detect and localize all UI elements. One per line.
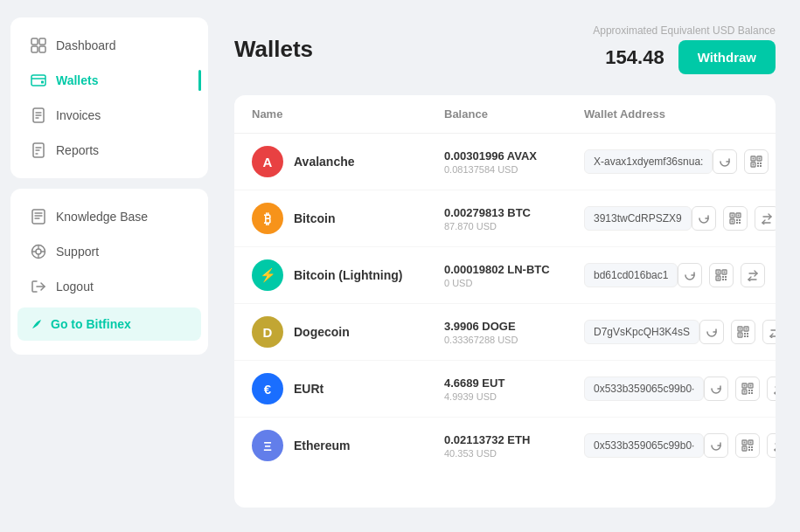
sidebar-item-wallets[interactable]: Wallets [17, 63, 201, 98]
table-row: ₿ Bitcoin 0.00279813 BTC 87.870 USD 3913… [234, 190, 776, 247]
balance-row: 154.48 Withdraw [605, 40, 776, 74]
svg-rect-15 [759, 158, 761, 160]
coin-icon: A [252, 146, 283, 177]
refresh-icon[interactable] [713, 149, 737, 174]
svg-rect-45 [746, 328, 748, 330]
sidebar-item-support[interactable]: Support [17, 234, 201, 269]
action-icons [713, 149, 776, 174]
withdraw-button[interactable]: Withdraw [678, 40, 776, 74]
balance-main: 3.9906 DOGE [444, 320, 584, 333]
svg-rect-3 [39, 46, 45, 52]
svg-rect-14 [753, 158, 755, 160]
balance-usd: 0.33367288 USD [444, 335, 584, 345]
balance-main: 0.00301996 AVAX [444, 149, 584, 162]
qr-icon[interactable] [735, 377, 760, 401]
svg-rect-34 [718, 272, 720, 273]
coin-name: Dogecoin [294, 325, 350, 339]
svg-rect-40 [725, 279, 727, 280]
action-icons [704, 433, 776, 458]
coin-icon: ⚡ [252, 259, 283, 291]
svg-rect-19 [757, 165, 759, 167]
svg-rect-1 [39, 38, 45, 45]
balance-main: 0.00279813 BTC [444, 206, 584, 219]
reports-icon [30, 142, 47, 159]
go-bitfinex-label: Go to Bitfinex [51, 317, 131, 331]
svg-rect-56 [744, 391, 746, 393]
col-address: Wallet Address [584, 107, 671, 121]
balance-main: 4.6689 EUT [444, 377, 584, 390]
sidebar-item-invoices[interactable]: Invoices [17, 98, 201, 133]
qr-icon[interactable] [735, 433, 760, 458]
balance-usd: 0 USD [444, 278, 584, 288]
col-name: Name [252, 107, 444, 121]
sidebar-item-knowledge-base[interactable]: Knowledge Base [17, 199, 201, 234]
refresh-icon[interactable] [692, 206, 716, 231]
svg-rect-48 [747, 333, 748, 335]
svg-rect-29 [736, 222, 738, 224]
transfer-icon[interactable] [762, 320, 776, 344]
sidebar-item-label: Logout [56, 280, 94, 294]
svg-rect-39 [722, 279, 724, 280]
coin-icon: Ξ [252, 430, 283, 461]
svg-rect-36 [718, 278, 720, 280]
svg-rect-18 [760, 162, 762, 164]
svg-rect-49 [744, 335, 746, 337]
svg-rect-5 [41, 81, 44, 84]
balance-cell: 0.00019802 LN-BTC 0 USD [444, 263, 584, 288]
transfer-icon[interactable] [755, 206, 776, 231]
refresh-icon[interactable] [704, 377, 728, 401]
refresh-icon[interactable] [704, 433, 728, 458]
table-row: ⚡ Bitcoin (Lightning) 0.00019802 LN-BTC … [234, 247, 776, 304]
action-icons [692, 206, 776, 231]
svg-rect-30 [739, 222, 741, 224]
svg-rect-28 [739, 219, 741, 221]
balance-main: 0.02113732 ETH [444, 433, 584, 446]
coin-cell: € EURt [252, 373, 444, 404]
table-row: Ξ Ethereum 0.02113732 ETH 40.353 USD 0x5… [234, 418, 776, 473]
coin-icon: ₿ [252, 203, 283, 234]
coin-name: Ethereum [294, 439, 351, 453]
wallets-table: Name Balance Wallet Address A Avalanche … [234, 95, 776, 508]
balance-cell: 4.6689 EUT 4.9939 USD [444, 377, 584, 402]
address-cell: 0x533b359065c99b0· [584, 377, 704, 401]
transfer-icon[interactable] [767, 433, 776, 458]
svg-rect-27 [736, 219, 738, 221]
qr-icon[interactable] [744, 149, 769, 174]
refresh-icon[interactable] [699, 320, 724, 344]
coin-cell: Ξ Ethereum [252, 430, 444, 461]
qr-icon[interactable] [723, 206, 748, 231]
refresh-icon[interactable] [678, 263, 702, 287]
sidebar-item-logout[interactable]: Logout [17, 269, 201, 304]
address-box: X-avax1xdyemf36snua: [584, 149, 713, 174]
coin-cell: D Dogecoin [252, 316, 444, 348]
qr-icon[interactable] [731, 320, 755, 344]
svg-rect-55 [750, 385, 752, 387]
svg-rect-17 [757, 162, 759, 164]
svg-rect-25 [737, 215, 739, 217]
col-balance: Balance [444, 107, 584, 121]
svg-rect-57 [748, 390, 750, 391]
svg-rect-69 [748, 449, 750, 451]
svg-rect-68 [751, 446, 753, 448]
sidebar-item-label: Wallets [56, 73, 99, 87]
svg-rect-20 [760, 165, 762, 167]
qr-icon[interactable] [709, 263, 734, 287]
svg-rect-38 [725, 276, 727, 278]
transfer-icon[interactable] [741, 263, 765, 287]
svg-rect-46 [740, 335, 741, 336]
balance-cell: 0.00301996 AVAX 0.08137584 USD [444, 149, 584, 175]
balance-usd: 4.9939 USD [444, 391, 584, 402]
balance-usd: 40.353 USD [444, 448, 584, 459]
table-row: € EURt 4.6689 EUT 4.9939 USD 0x533b35906… [234, 361, 776, 418]
balance-usd: 0.08137584 USD [444, 164, 584, 175]
sidebar-item-reports[interactable]: Reports [17, 133, 201, 168]
svg-rect-16 [753, 164, 755, 166]
svg-rect-54 [744, 385, 746, 387]
go-to-bitfinex-button[interactable]: Go to Bitfinex [17, 307, 201, 341]
sidebar-main-card: Dashboard Wallets Invoices [10, 17, 208, 178]
table-body: A Avalanche 0.00301996 AVAX 0.08137584 U… [234, 134, 776, 473]
transfer-icon[interactable] [767, 377, 776, 401]
sidebar-item-label: Reports [56, 143, 99, 157]
support-icon [30, 243, 47, 260]
sidebar-item-dashboard[interactable]: Dashboard [17, 28, 201, 63]
